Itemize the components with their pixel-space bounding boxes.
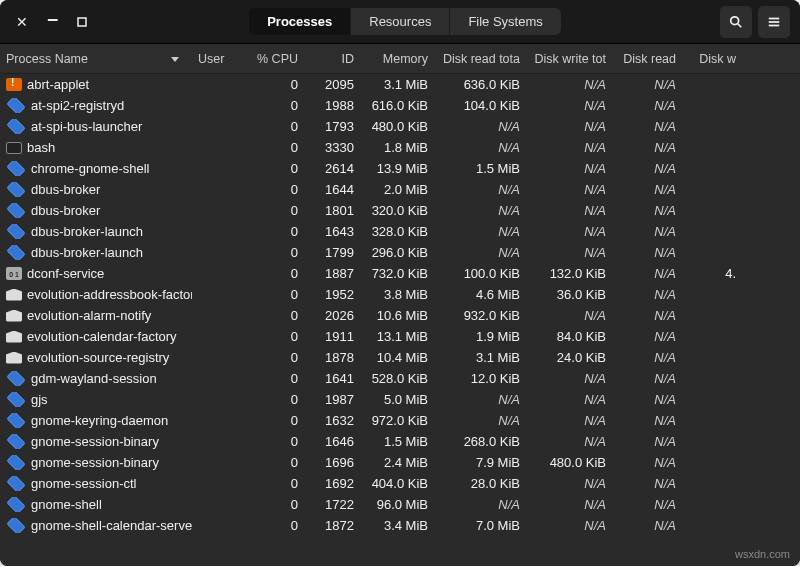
cell: 2.4 MiB (360, 455, 434, 470)
table-row[interactable]: evolution-alarm-notify0202610.6 MiB932.0… (0, 305, 800, 326)
executable-icon (6, 182, 25, 197)
cell: N/A (612, 140, 682, 155)
cell: N/A (612, 497, 682, 512)
cell: N/A (434, 392, 526, 407)
process-name: gdm-wayland-session (31, 371, 157, 386)
cell: N/A (526, 203, 612, 218)
cell: 0 (240, 266, 304, 281)
cell: 1641 (304, 371, 360, 386)
cell: 1.5 MiB (434, 161, 526, 176)
cell: 2614 (304, 161, 360, 176)
cell: 0 (240, 287, 304, 302)
process-name-cell: evolution-source-registry (0, 350, 192, 365)
tab-resources[interactable]: Resources (351, 8, 450, 35)
cell: N/A (434, 119, 526, 134)
executable-icon (6, 119, 25, 134)
table-row[interactable]: bash033301.8 MiBN/AN/AN/A (0, 137, 800, 158)
cell: N/A (434, 413, 526, 428)
table-row[interactable]: gjs019875.0 MiBN/AN/AN/A (0, 389, 800, 410)
cell: 0 (240, 392, 304, 407)
menu-button[interactable] (758, 6, 790, 38)
cell: N/A (612, 266, 682, 281)
table-row[interactable]: evolution-calendar-factory0191113.1 MiB1… (0, 326, 800, 347)
executable-icon (6, 98, 25, 113)
table-row[interactable]: gnome-session-binary016962.4 MiB7.9 MiB4… (0, 452, 800, 473)
table-row[interactable]: abrt-applet020953.1 MiB636.0 KiBN/AN/A (0, 74, 800, 95)
maximize-icon[interactable] (74, 14, 90, 30)
cell: N/A (612, 245, 682, 260)
cell: N/A (612, 413, 682, 428)
column-disk-write[interactable]: Disk w (682, 52, 742, 66)
cell: N/A (526, 308, 612, 323)
cell: 13.9 MiB (360, 161, 434, 176)
terminal-icon (6, 142, 22, 154)
table-row[interactable]: gnome-session-binary016461.5 MiB268.0 Ki… (0, 431, 800, 452)
window-controls: ✕ ‒ (6, 14, 90, 30)
cell: 0 (240, 476, 304, 491)
watermark: wsxdn.com (735, 548, 790, 560)
table-row[interactable]: evolution-addressbook-factory019523.8 Mi… (0, 284, 800, 305)
table-row[interactable]: dbus-broker-launch01799296.0 KiBN/AN/AN/… (0, 242, 800, 263)
table-row[interactable]: dbus-broker-launch01643328.0 KiBN/AN/AN/… (0, 221, 800, 242)
cell: 7.9 MiB (434, 455, 526, 470)
process-name-cell: gnome-shell-calendar-server (0, 518, 192, 533)
hamburger-icon (767, 15, 781, 29)
table-body[interactable]: abrt-applet020953.1 MiB636.0 KiBN/AN/Aat… (0, 74, 800, 536)
column-disk-read-total[interactable]: Disk read tota (434, 52, 526, 66)
cell: 13.1 MiB (360, 329, 434, 344)
column-disk-read[interactable]: Disk read (612, 52, 682, 66)
column-user[interactable]: User (192, 52, 240, 66)
search-icon (729, 15, 743, 29)
table-row[interactable]: gnome-session-ctl01692404.0 KiB28.0 KiBN… (0, 473, 800, 494)
cell: 2095 (304, 77, 360, 92)
cell: 0 (240, 434, 304, 449)
cell: N/A (612, 182, 682, 197)
cell: N/A (434, 203, 526, 218)
search-button[interactable] (720, 6, 752, 38)
cell: 404.0 KiB (360, 476, 434, 491)
table-row[interactable]: 0 1dconf-service01887732.0 KiB100.0 KiB1… (0, 263, 800, 284)
column-id[interactable]: ID (304, 52, 360, 66)
column-process-name[interactable]: Process Name (0, 52, 192, 66)
table-row[interactable]: gnome-keyring-daemon01632972.0 KiBN/AN/A… (0, 410, 800, 431)
table-row[interactable]: dbus-broker016442.0 MiBN/AN/AN/A (0, 179, 800, 200)
column-memory[interactable]: Memory (360, 52, 434, 66)
executable-icon (6, 203, 25, 218)
cell: 0 (240, 455, 304, 470)
cell: 3.4 MiB (360, 518, 434, 533)
cell: N/A (612, 476, 682, 491)
table-row[interactable]: at-spi-bus-launcher01793480.0 KiBN/AN/AN… (0, 116, 800, 137)
dconf-icon: 0 1 (6, 267, 22, 280)
cell: 1722 (304, 497, 360, 512)
table-row[interactable]: gnome-shell0172296.0 MiBN/AN/AN/A (0, 494, 800, 515)
tab-processes[interactable]: Processes (249, 8, 351, 35)
cell: N/A (612, 287, 682, 302)
cell: 10.4 MiB (360, 350, 434, 365)
tab-filesystems[interactable]: File Systems (450, 8, 560, 35)
close-icon[interactable]: ✕ (14, 14, 30, 30)
table-row[interactable]: gdm-wayland-session01641528.0 KiB12.0 Ki… (0, 368, 800, 389)
table-row[interactable]: gnome-shell-calendar-server018723.4 MiB7… (0, 515, 800, 536)
table-row[interactable]: evolution-source-registry0187810.4 MiB3.… (0, 347, 800, 368)
cell: 1952 (304, 287, 360, 302)
table-row[interactable]: at-spi2-registryd01988616.0 KiB104.0 KiB… (0, 95, 800, 116)
column-cpu[interactable]: % CPU (240, 52, 304, 66)
cell: 0 (240, 413, 304, 428)
process-name: at-spi-bus-launcher (31, 119, 142, 134)
cell: N/A (526, 140, 612, 155)
table-row[interactable]: chrome-gnome-shell0261413.9 MiB1.5 MiBN/… (0, 158, 800, 179)
cell: 480.0 KiB (526, 455, 612, 470)
table-row[interactable]: dbus-broker01801320.0 KiBN/AN/AN/A (0, 200, 800, 221)
cell: 3.1 MiB (434, 350, 526, 365)
cell: N/A (612, 161, 682, 176)
svg-point-1 (731, 16, 739, 24)
cell: 100.0 KiB (434, 266, 526, 281)
minimize-icon[interactable]: ‒ (44, 11, 60, 27)
cell: 972.0 KiB (360, 413, 434, 428)
cell: 1646 (304, 434, 360, 449)
executable-icon (6, 434, 25, 449)
process-name: chrome-gnome-shell (31, 161, 150, 176)
process-name-cell: dbus-broker-launch (0, 245, 192, 260)
column-disk-write-total[interactable]: Disk write tot (526, 52, 612, 66)
process-name: abrt-applet (27, 77, 89, 92)
